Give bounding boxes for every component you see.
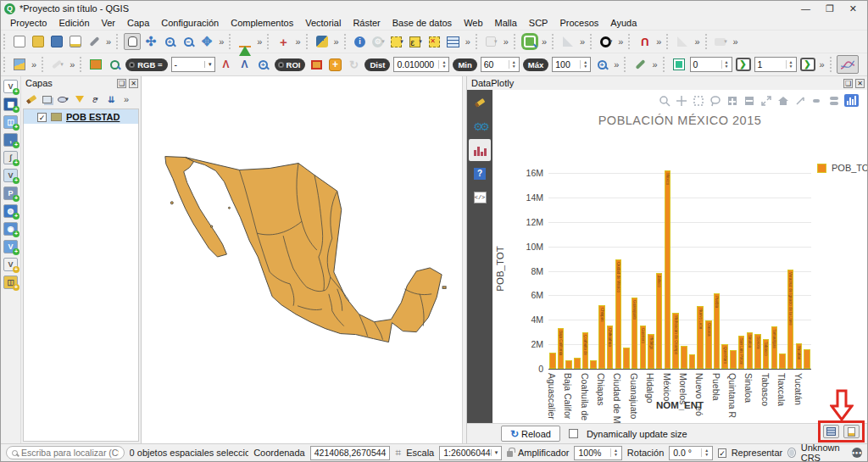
- menu-scp[interactable]: SCP: [523, 18, 554, 28]
- bar-baja-california-sur[interactable]: [565, 360, 572, 369]
- min-spinner[interactable]: 60▲▼: [481, 57, 520, 72]
- layer-name[interactable]: POB ESTAD: [66, 112, 120, 122]
- band-next2-button[interactable]: ❯: [800, 58, 815, 71]
- label-tool-icon[interactable]: ▾: [713, 33, 730, 50]
- bar-m-xico[interactable]: México: [665, 170, 671, 369]
- menu-malla[interactable]: Malla: [489, 18, 523, 28]
- dynamic-update-checkbox[interactable]: [569, 429, 578, 438]
- locator-search[interactable]: [6, 446, 125, 459]
- band-b-spinner[interactable]: 1▲▼: [754, 57, 797, 72]
- toolbar-grip[interactable]: [306, 34, 310, 49]
- menu-web[interactable]: Web: [458, 18, 488, 28]
- toolbar-grip[interactable]: [663, 57, 667, 72]
- add-group-icon[interactable]: [41, 93, 53, 106]
- lasso-select-icon[interactable]: [709, 94, 721, 107]
- bar-tabasco[interactable]: Tabasco: [763, 339, 770, 369]
- close-button[interactable]: ✕: [849, 3, 857, 14]
- toolbar-grip[interactable]: [514, 34, 518, 49]
- scp-tools-icon[interactable]: [632, 56, 648, 73]
- bar-tlaxcala[interactable]: [779, 353, 786, 369]
- bar-hidalgo[interactable]: Hidalgo: [648, 334, 654, 369]
- band-next-button[interactable]: ❯: [736, 58, 751, 71]
- raster-histogram-icon[interactable]: [559, 33, 576, 50]
- scp-spectral-plot-icon[interactable]: Λ: [236, 56, 253, 73]
- toolbar-overflow-chevron[interactable]: »: [29, 59, 39, 70]
- annotation-circle-icon[interactable]: ▾: [598, 33, 615, 50]
- tab-plot-view[interactable]: [469, 139, 491, 161]
- open-project-icon[interactable]: [30, 33, 47, 50]
- toolbar-overflow-chevron[interactable]: »: [611, 59, 621, 70]
- toolbar-grip[interactable]: [344, 34, 348, 49]
- add-arcgis-layer-icon[interactable]: ◫+: [3, 276, 18, 289]
- map-themes-icon[interactable]: ▾: [57, 93, 70, 106]
- toolbar-overflow-chevron[interactable]: »: [539, 36, 549, 47]
- bar-morelos[interactable]: [681, 346, 687, 370]
- toolbar-overflow-chevron[interactable]: »: [615, 36, 626, 47]
- expand-collapse-icon[interactable]: ⇊: [105, 93, 118, 106]
- reload-button[interactable]: ↻ Reload: [501, 426, 560, 442]
- rgb-combo[interactable]: -▾: [171, 57, 215, 72]
- bar-veracruz-de-ignacio-de-la-llave[interactable]: Veracruz de Ignacio de la Llave: [787, 270, 794, 369]
- toolbar-grip[interactable]: [666, 34, 670, 49]
- tab-help[interactable]: ?: [469, 163, 491, 185]
- toolbar-grip[interactable]: [624, 57, 628, 72]
- render-checkbox[interactable]: ✓: [718, 448, 726, 458]
- bar-quintana-roo[interactable]: [730, 350, 737, 369]
- toolbar-grip[interactable]: [552, 34, 556, 49]
- pan-to-selection-icon[interactable]: ✣: [142, 33, 159, 50]
- toolbar-grip[interactable]: [476, 34, 480, 49]
- toolbar-overflow-chevron[interactable]: »: [216, 36, 226, 47]
- scp-zoom-preview-icon[interactable]: +: [255, 56, 272, 73]
- add-spatialite-layer-icon[interactable]: ∫+: [3, 151, 18, 164]
- bar-oaxaca[interactable]: Oaxaca: [705, 320, 712, 369]
- dataplotly-toggle-button[interactable]: [837, 55, 859, 74]
- spikeline-toggle-icon[interactable]: [793, 94, 806, 107]
- add-virtual-layer-icon[interactable]: V+: [3, 169, 18, 182]
- bar-durango[interactable]: [623, 348, 630, 369]
- toolbar-overflow-chevron[interactable]: »: [292, 36, 303, 47]
- add-wcs-layer-icon[interactable]: ◉+: [3, 222, 18, 236]
- scp-zoom-icon[interactable]: +: [593, 56, 610, 73]
- add-raster-layer-icon[interactable]: ▦+: [3, 97, 18, 111]
- rotation-spinner[interactable]: 0.0 °▲▼: [669, 446, 713, 460]
- zoom-in-icon[interactable]: +: [161, 33, 178, 50]
- panel-float-icon[interactable]: ❏: [117, 79, 126, 88]
- max-spinner[interactable]: 100▲▼: [552, 57, 591, 72]
- locator-input[interactable]: [21, 448, 119, 458]
- zoom-out-plot-icon[interactable]: [743, 94, 755, 107]
- identify-features-icon[interactable]: i: [352, 33, 369, 50]
- band-a-spinner[interactable]: 0▲▼: [690, 57, 732, 72]
- toolbar-grip[interactable]: [42, 57, 46, 72]
- tab-code[interactable]: </>: [469, 186, 491, 209]
- menu-complementos[interactable]: Complementos: [225, 18, 299, 28]
- measure-tool-icon[interactable]: [674, 33, 691, 50]
- toolbar-overflow-chevron[interactable]: »: [463, 36, 473, 47]
- band-calc-table-icon[interactable]: [670, 56, 687, 73]
- toolbar-overflow-chevron[interactable]: »: [654, 36, 664, 47]
- scp-spectral-signature-icon[interactable]: Λ: [218, 56, 235, 73]
- add-mesh-layer-icon[interactable]: ◫+: [3, 115, 18, 129]
- hover-closest-icon[interactable]: [810, 94, 823, 107]
- bar-aguascalientes[interactable]: [549, 353, 556, 369]
- toolbar-overflow-chevron[interactable]: »: [577, 36, 587, 47]
- scp-roi-polygon-icon[interactable]: [308, 56, 325, 73]
- menu-ráster[interactable]: Ráster: [347, 18, 386, 28]
- bar-sonora[interactable]: Sonora: [754, 334, 761, 369]
- bar-nuevo-le-n[interactable]: Nuevo León: [697, 306, 704, 369]
- bar-colima[interactable]: [590, 360, 597, 369]
- new-project-icon[interactable]: [11, 33, 28, 50]
- menu-ver[interactable]: Ver: [96, 18, 122, 28]
- minimize-button[interactable]: —: [801, 3, 810, 14]
- scp-preview-icon[interactable]: [106, 56, 123, 73]
- dist-spinner[interactable]: 0.010000▲▼: [393, 57, 449, 72]
- add-vector-tile-layer-icon[interactable]: V+: [3, 258, 18, 271]
- toolbar-overflow-chevron[interactable]: »: [817, 59, 827, 70]
- bar-sinaloa[interactable]: Sinaloa: [747, 332, 754, 369]
- panel-close-icon[interactable]: ✕: [129, 79, 138, 88]
- menu-proyecto[interactable]: Proyecto: [4, 18, 53, 28]
- save-plot-html-button[interactable]: [843, 425, 860, 438]
- scale-combo[interactable]: 1:26006044▾: [439, 446, 502, 460]
- zoom-out-icon[interactable]: −: [180, 33, 197, 50]
- toolbar-grip[interactable]: [3, 34, 8, 49]
- add-delimited-text-layer-icon[interactable]: ,+: [3, 133, 18, 147]
